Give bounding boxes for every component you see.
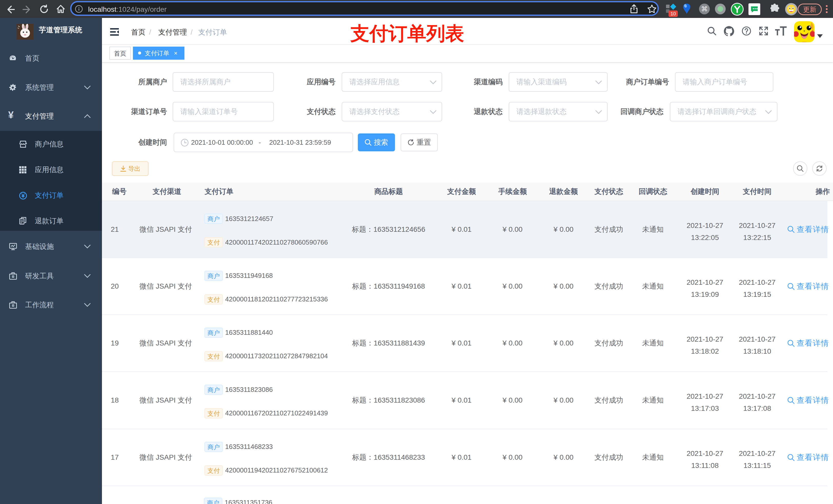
svg-text:⌘: ⌘ [701,5,708,13]
